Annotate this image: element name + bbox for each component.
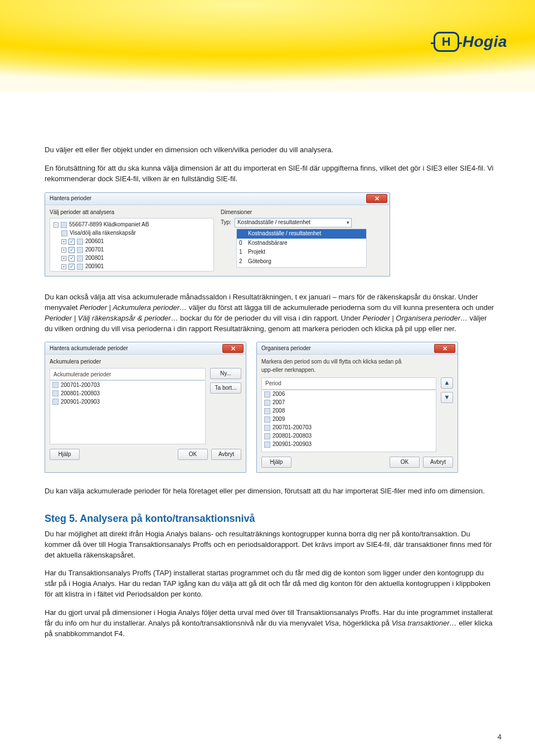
step5-p1: Du har möjlighet att direkt ifrån Hogia … (45, 529, 496, 561)
period-icon (264, 400, 270, 406)
header-banner: H Hogia (0, 0, 535, 92)
dialog-hantera-perioder: Hantera perioder ✕ Välj perioder att ana… (45, 192, 390, 277)
dialog-ackumulera-perioder: Hantera ackumulerade perioder ✕ Ackumule… (45, 342, 246, 473)
list-item[interactable]: 200801-200803 (273, 432, 312, 440)
period-list[interactable]: 2006 2007 2008 2009 200701-200703 200801… (261, 390, 436, 452)
intro-paragraph-1: Du väljer ett eller fler objekt under en… (45, 145, 496, 156)
tree-toggle-all[interactable]: Visa/dölj alla räkenskapsår (70, 229, 136, 238)
list-item[interactable]: 200701-200703 (273, 424, 312, 432)
period-icon (264, 391, 270, 398)
section-label: Ackumulera perioder (50, 358, 241, 366)
mid-paragraph: Du kan också välja att visa ackumulerade… (45, 292, 496, 334)
delete-button[interactable]: Ta bort... (210, 382, 241, 394)
tree-item[interactable]: 200601 (85, 238, 104, 246)
typ-label: Typ: (221, 219, 231, 227)
list-item[interactable]: 2007 (273, 399, 285, 407)
hint-text: Markera den period som du vill flytta oc… (261, 358, 406, 374)
folder-icon (61, 222, 67, 228)
help-button[interactable]: Hjälp (50, 449, 80, 460)
step5-p3: Har du gjort urval på dimensioner i Hogi… (45, 608, 496, 639)
close-icon[interactable]: ✕ (366, 194, 387, 203)
step5-heading: Steg 5. Analysera på konto/transaktionsn… (45, 511, 496, 526)
logo-mark: H (434, 32, 459, 52)
year-icon (77, 247, 83, 253)
expand-icon[interactable]: + (61, 239, 66, 244)
dialog-titlebar: Hantera perioder ✕ (45, 193, 390, 205)
checkbox[interactable]: ✓ (69, 247, 75, 253)
opt-num: 0 (239, 239, 245, 248)
collapse-icon[interactable]: − (54, 222, 59, 227)
list-item[interactable]: 2008 (273, 407, 285, 415)
list-item[interactable]: 200801-200803 (61, 390, 100, 398)
period-icon (264, 425, 270, 431)
period-icon (52, 399, 59, 405)
period-icon (264, 433, 270, 439)
opt-num: 2 (239, 258, 245, 266)
dialog-organisera-perioder: Organisera perioder ✕ Markera den period… (256, 342, 458, 473)
tree-item[interactable]: 200901 (85, 263, 104, 271)
tree-item[interactable]: 200801 (85, 254, 104, 263)
cancel-button[interactable]: Avbryt (211, 449, 241, 460)
ok-button[interactable]: OK (390, 457, 420, 468)
list-item[interactable]: 2009 (273, 415, 285, 424)
close-icon[interactable]: ✕ (222, 344, 244, 353)
new-button[interactable]: Ny... (210, 368, 241, 379)
left-section-label: Välj perioder att analysera (50, 209, 214, 217)
dialog-title: Organisera perioder (261, 345, 311, 353)
cancel-button[interactable]: Avbryt (423, 457, 453, 468)
year-icon (77, 239, 83, 245)
expand-icon[interactable]: + (61, 248, 66, 253)
page-number: 4 (498, 732, 502, 743)
checkbox[interactable]: ✓ (69, 255, 75, 261)
opt-label[interactable]: Göteborg (248, 258, 271, 266)
dialog-title: Hantera perioder (50, 195, 91, 203)
opt-num: 1 (239, 248, 245, 256)
brand-logo: H Hogia (434, 31, 507, 54)
period-icon (264, 416, 270, 423)
opt-label[interactable]: Kostnadsbärare (248, 239, 288, 248)
typ-value: Kostnadsställe / resultatenhet (237, 219, 310, 227)
after-dialogs-paragraph: Du kan välja ackumulerade perioder för h… (45, 486, 496, 497)
dialog-title: Hantera ackumulerade perioder (50, 345, 128, 353)
ack-list[interactable]: 200701-200703 200801-200803 200901-20090… (50, 380, 206, 444)
column-header: Period (265, 380, 432, 388)
tree-item[interactable]: 200701 (85, 246, 104, 254)
ok-button[interactable]: OK (178, 449, 208, 460)
intro-paragraph-2: En förutsättning för att du ska kunna vä… (45, 163, 496, 185)
opt-label[interactable]: Kostnadsställe / resultatenhet (248, 230, 321, 238)
period-icon (52, 390, 59, 396)
year-icon (77, 264, 83, 270)
right-section-label: Dimensioner (221, 209, 385, 217)
move-down-button[interactable]: ▼ (441, 392, 453, 403)
period-icon (52, 382, 59, 388)
list-item[interactable]: 200901-200903 (61, 398, 100, 406)
list-item[interactable]: 200701-200703 (61, 381, 100, 390)
tree-root[interactable]: 556677-8899 Klädkompaniet AB (69, 221, 149, 229)
close-icon[interactable]: ✕ (434, 344, 455, 353)
typ-dropdown[interactable]: Kostnadsställe / resultatenhet (235, 218, 352, 227)
checkbox[interactable]: ✓ (69, 264, 75, 270)
period-icon (264, 442, 270, 448)
period-icon (264, 408, 270, 414)
page-content: Du väljer ett eller fler objekt under en… (0, 92, 535, 669)
expand-icon[interactable]: + (61, 264, 66, 269)
list-item[interactable]: 200901-200903 (273, 440, 312, 449)
brand-name: Hogia (463, 31, 507, 54)
help-button[interactable]: Hjälp (261, 457, 291, 468)
year-icon (77, 255, 83, 261)
opt-label[interactable]: Projekt (248, 248, 265, 256)
checkbox[interactable]: ✓ (69, 239, 75, 245)
expand-icon[interactable]: + (61, 256, 66, 261)
list-item[interactable]: 2006 (273, 390, 285, 399)
opt-num (239, 230, 245, 238)
move-up-button[interactable]: ▲ (441, 377, 453, 389)
column-header: Ackumulerade perioder (54, 371, 202, 379)
step5-p2: Har du Transaktionsanalys Proffs (TAP) i… (45, 568, 496, 600)
toggle-icon (61, 230, 67, 236)
